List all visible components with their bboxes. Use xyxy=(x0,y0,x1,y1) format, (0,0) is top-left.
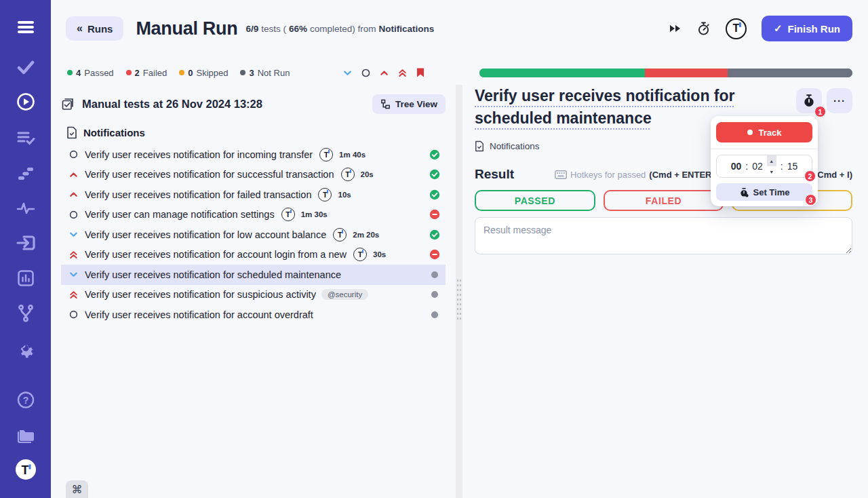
bar-chart-icon[interactable] xyxy=(17,269,35,287)
skipped-count: 0Skipped xyxy=(179,68,228,78)
stepper-down-icon[interactable]: ▼ xyxy=(767,166,776,177)
record-dot-icon xyxy=(747,130,753,135)
test-list: Verify user receives notification for in… xyxy=(61,145,446,325)
set-time-stopwatch-icon xyxy=(739,187,749,197)
track-button[interactable]: Track xyxy=(716,122,812,142)
failed-button[interactable]: FAILED xyxy=(604,190,724,211)
test-row[interactable]: Verify user can manage notification sett… xyxy=(61,205,446,225)
bookmark-icon[interactable] xyxy=(416,67,425,78)
progress-notrun-segment xyxy=(728,69,852,77)
test-row[interactable]: Verify user receives notification for ac… xyxy=(61,305,446,325)
minutes-value[interactable]: 02 xyxy=(752,161,763,172)
status-failed-icon xyxy=(429,249,440,260)
passed-button[interactable]: PASSED xyxy=(475,190,595,211)
status-passed-icon xyxy=(429,149,440,160)
test-row[interactable]: Verify user receives notification for in… xyxy=(61,145,446,165)
test-duration: 2m 20s xyxy=(353,231,379,239)
test-duration: 20s xyxy=(361,170,374,178)
test-title: Verify user receives notification for su… xyxy=(85,289,316,300)
more-options-button[interactable]: ··· xyxy=(827,88,852,113)
severity-low-icon xyxy=(68,229,79,240)
chevron-up-icon[interactable] xyxy=(379,68,389,78)
severity-normal-icon xyxy=(68,149,79,159)
testomat-badge-icon: T xyxy=(341,168,355,181)
set-time-button[interactable]: Set Time 3 xyxy=(716,183,812,201)
circle-icon[interactable] xyxy=(361,68,371,78)
seconds-value[interactable]: 15 xyxy=(787,161,798,172)
app-logo-icon[interactable]: T xyxy=(726,18,747,39)
test-row[interactable]: Verify user receives notification for su… xyxy=(61,285,446,305)
time-badge: 2 xyxy=(804,170,816,182)
svg-text:?: ? xyxy=(22,395,28,406)
test-row[interactable]: Verify user receives notification for lo… xyxy=(61,225,446,245)
passed-count: 4Passed xyxy=(67,68,114,78)
test-row[interactable]: Verify user receives notification for sc… xyxy=(61,265,446,285)
progress-passed-segment xyxy=(479,69,645,77)
sign-in-icon[interactable] xyxy=(16,233,36,252)
pulse-icon[interactable] xyxy=(16,201,35,216)
fast-forward-icon[interactable] xyxy=(669,23,682,34)
play-circle-icon[interactable] xyxy=(16,92,35,111)
back-to-runs-label: Runs xyxy=(87,23,113,35)
test-row[interactable]: Verify user receives notification for su… xyxy=(61,165,446,185)
help-icon[interactable]: ? xyxy=(16,391,35,409)
testomat-badge-icon: T xyxy=(318,188,332,202)
result-heading: Result xyxy=(475,167,514,182)
back-to-runs-button[interactable]: « Runs xyxy=(66,16,123,41)
check-icon[interactable] xyxy=(17,60,35,75)
logo-icon[interactable]: T xyxy=(15,459,37,480)
status-passed-icon xyxy=(429,189,440,200)
test-title: Verify user receives notification for ac… xyxy=(85,309,313,320)
time-input[interactable]: 00 : 02 ▲ ▼ : 15 2 xyxy=(716,155,812,178)
testomat-badge-icon: T xyxy=(333,228,347,242)
panel-splitter[interactable] xyxy=(456,85,462,498)
progress-failed-segment xyxy=(645,69,728,77)
status-failed-icon xyxy=(429,209,440,220)
command-shortcut-button[interactable]: ⌘ xyxy=(66,480,88,498)
run-progress-summary: 6/9 tests ( 66% completed) from Notifica… xyxy=(245,24,434,34)
stopwatch-icon[interactable] xyxy=(696,21,711,36)
double-chevron-up-icon[interactable] xyxy=(397,68,408,78)
stopwatch-filled-icon xyxy=(802,94,816,108)
test-row[interactable]: Verify user receives notification for fa… xyxy=(61,185,446,205)
svg-text:T: T xyxy=(21,463,28,477)
test-title: Verify user receives notification for lo… xyxy=(85,229,326,240)
stepper-up-icon[interactable]: ▲ xyxy=(767,155,776,166)
failed-dot-icon xyxy=(126,70,132,75)
main-area: « Runs Manual Run 6/9 tests ( 66% comple… xyxy=(51,0,868,498)
test-row[interactable]: Verify user receives notification for ac… xyxy=(61,245,446,265)
gear-icon[interactable] xyxy=(16,339,35,358)
list-check-icon[interactable] xyxy=(16,130,35,147)
hotkey-passed: (Cmd + ENTER) xyxy=(649,170,714,180)
notrun-dot-icon xyxy=(240,70,245,75)
status-passed-icon xyxy=(429,229,440,240)
tree-icon xyxy=(380,99,391,109)
test-title: Verify user receives notification for su… xyxy=(85,169,334,180)
skipped-dot-icon xyxy=(179,70,184,75)
suite-header[interactable]: Notifications xyxy=(66,126,145,139)
branch-icon[interactable] xyxy=(17,304,35,323)
severity-critical-icon xyxy=(68,250,79,260)
steps-icon[interactable] xyxy=(17,166,35,182)
run-progress-bar xyxy=(479,69,852,77)
folder-icon[interactable] xyxy=(16,426,36,444)
hotkey-failed: (Cmd + I) xyxy=(814,170,852,180)
tests-percent: 66% xyxy=(289,24,307,34)
hours-value[interactable]: 00 xyxy=(731,161,742,172)
run-title: Manual tests at 26 Nov 2024 13:28 xyxy=(82,98,262,111)
status-notrun-icon xyxy=(429,289,440,300)
finish-run-button[interactable]: ✓ Finish Run xyxy=(762,16,852,41)
run-checklist-icon xyxy=(61,97,75,111)
result-message-input[interactable] xyxy=(475,217,852,254)
test-tag[interactable]: @security xyxy=(321,289,368,300)
severity-low-icon xyxy=(68,269,79,280)
minutes-stepper[interactable]: ▲ ▼ xyxy=(767,155,776,177)
tests-fraction: 6/9 xyxy=(245,24,258,34)
tree-view-button[interactable]: Tree View xyxy=(372,94,446,114)
failed-count: 2Failed xyxy=(126,68,167,78)
status-notrun-icon xyxy=(429,269,440,280)
menu-icon[interactable] xyxy=(16,19,35,35)
timer-button[interactable]: 1 xyxy=(796,88,822,113)
test-title: Verify user can manage notification sett… xyxy=(85,209,275,220)
chevron-down-icon[interactable] xyxy=(342,68,353,78)
